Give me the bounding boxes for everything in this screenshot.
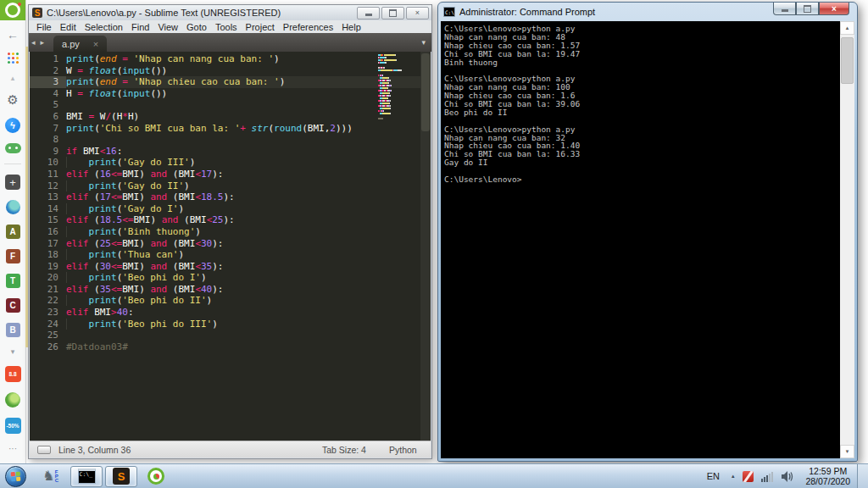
code-line[interactable]: 10 print('Gay do III') bbox=[30, 157, 431, 169]
code-editor[interactable]: 1print(end = 'Nhap can nang cua ban: ')2… bbox=[30, 52, 431, 442]
code-line[interactable]: 1print(end = 'Nhap can nang cua ban: ') bbox=[30, 53, 431, 65]
tab-size-indicator[interactable]: Tab Size: 4 bbox=[322, 445, 366, 455]
menu-preferences[interactable]: Preferences bbox=[279, 22, 337, 32]
games-icon[interactable] bbox=[5, 143, 21, 153]
line-number: 12 bbox=[30, 180, 66, 192]
code-line[interactable]: 24 print('Beo phi do III') bbox=[30, 319, 431, 330]
clock[interactable]: 12:59 PM 28/07/2020 bbox=[797, 466, 857, 486]
line-number: 6 bbox=[30, 111, 66, 123]
fpc-taskbar-button[interactable]: ♞ FPC bbox=[36, 466, 68, 487]
code-text: #Datdoan03# bbox=[66, 341, 128, 353]
more-icon[interactable]: ··· bbox=[8, 444, 17, 453]
messenger-icon[interactable]: ϟ bbox=[5, 118, 20, 133]
sublime-taskbar-button[interactable]: S bbox=[105, 466, 137, 487]
add-shortcut-button[interactable]: + bbox=[5, 175, 20, 190]
code-line[interactable]: 18 print('Thua can') bbox=[30, 249, 431, 261]
menu-tools[interactable]: Tools bbox=[211, 22, 242, 32]
menu-project[interactable]: Project bbox=[242, 22, 279, 32]
sale-88-shortcut[interactable]: 8.8 bbox=[5, 366, 21, 382]
code-line[interactable]: 13elif (17<=BMI) and (BMI<18.5): bbox=[30, 191, 431, 203]
coccoc-logo[interactable] bbox=[0, 0, 25, 20]
cmd-taskbar-button[interactable]: C:\_ bbox=[70, 466, 103, 487]
code-line[interactable]: 6BMI = W/(H*H) bbox=[30, 111, 431, 123]
status-bar: Line 3, Column 36 Tab Size: 4 Python bbox=[30, 441, 431, 458]
tray-language-indicator[interactable]: EN bbox=[699, 471, 727, 481]
tab-overflow-icon[interactable]: ▾ bbox=[421, 38, 426, 47]
code-line[interactable]: 8 bbox=[30, 134, 431, 146]
code-line[interactable]: 4H = float(input()) bbox=[30, 88, 431, 100]
cmd-minimize-button[interactable] bbox=[773, 3, 796, 15]
cmd-close-button[interactable]: × bbox=[819, 3, 849, 15]
scroll-down-icon[interactable]: ▾ bbox=[840, 445, 854, 458]
tab-nav-back-icon[interactable]: ◂ bbox=[29, 38, 38, 47]
code-line[interactable]: 3print(end = 'Nhap chieu cao cua ban: ') bbox=[30, 76, 431, 88]
tab-apy[interactable]: a.py × bbox=[53, 36, 107, 52]
code-line[interactable]: 15elif (18.5<=BMI) and (BMI<25): bbox=[30, 214, 431, 226]
console-scrollbar-thumb[interactable] bbox=[841, 37, 854, 84]
collapse-down-icon[interactable]: ▾ bbox=[11, 347, 15, 356]
code-line[interactable]: 23elif BMI>40: bbox=[30, 307, 431, 319]
back-icon[interactable]: ← bbox=[7, 28, 19, 42]
volume-icon[interactable] bbox=[782, 471, 793, 482]
globe-shortcut[interactable] bbox=[6, 200, 20, 214]
sale-50-shortcut[interactable]: -50% bbox=[5, 418, 21, 434]
hidden-icons-icon[interactable]: ▴ bbox=[727, 473, 739, 480]
coccoc-taskbar-button[interactable] bbox=[140, 466, 172, 487]
code-line[interactable]: 7print('Chi so BMI cua ban la: '+ str(ro… bbox=[30, 123, 431, 135]
console-line: Binh thuong bbox=[444, 58, 836, 67]
code-text: H = float(input()) bbox=[66, 88, 167, 100]
collapse-up-icon[interactable]: ▴ bbox=[11, 74, 15, 82]
show-desktop-button[interactable] bbox=[857, 464, 868, 488]
editor-scrollbar[interactable] bbox=[420, 52, 431, 442]
coccoc-plant-icon[interactable] bbox=[5, 392, 20, 408]
settings-gear-icon[interactable]: ⚙ bbox=[7, 92, 18, 108]
line-number: 18 bbox=[30, 249, 66, 261]
console[interactable]: C:\Users\Lenovo>python a.pyNhap can nang… bbox=[441, 21, 854, 458]
code-line[interactable]: 5 bbox=[30, 99, 431, 111]
code-line[interactable]: 25 bbox=[30, 330, 431, 341]
menu-file[interactable]: File bbox=[32, 22, 56, 32]
language-indicator[interactable]: Python bbox=[389, 445, 417, 455]
code-line[interactable]: 19elif (30<=BMI) and (BMI<35): bbox=[30, 261, 431, 273]
scroll-up-icon[interactable]: ▴ bbox=[840, 21, 854, 35]
code-line[interactable]: 26#Datdoan03# bbox=[30, 341, 431, 353]
code-line[interactable]: 9if BMI<16: bbox=[30, 146, 431, 158]
code-text: elif (30<=BMI) and (BMI<35): bbox=[66, 261, 224, 273]
code-line[interactable]: 11elif (16<=BMI) and (BMI<17): bbox=[30, 169, 431, 180]
console-scrollbar[interactable]: ▴ ▾ bbox=[840, 21, 854, 458]
code-line[interactable]: 14 print('Gay do I') bbox=[30, 203, 431, 215]
tab-close-icon[interactable]: × bbox=[93, 39, 98, 49]
minimize-button[interactable] bbox=[357, 7, 380, 19]
code-line[interactable]: 2W = float(input()) bbox=[30, 65, 431, 77]
menu-goto[interactable]: Goto bbox=[182, 22, 211, 32]
shortcut-b[interactable]: B bbox=[6, 323, 20, 337]
shortcut-f[interactable]: F bbox=[6, 249, 20, 263]
code-line[interactable]: 22 print('Beo phi do II') bbox=[30, 295, 431, 307]
shortcut-a[interactable]: A bbox=[6, 225, 20, 239]
apps-grid-icon[interactable] bbox=[7, 52, 19, 64]
sublime-titlebar[interactable]: S C:\Users\Lenovo\a.py - Sublime Text (U… bbox=[29, 5, 431, 20]
menu-edit[interactable]: Edit bbox=[56, 22, 81, 32]
restore-button[interactable] bbox=[381, 7, 404, 19]
minimap[interactable] bbox=[378, 54, 419, 120]
menu-selection[interactable]: Selection bbox=[81, 22, 127, 32]
menu-find[interactable]: Find bbox=[127, 22, 153, 32]
cmd-restore-button[interactable] bbox=[796, 3, 819, 15]
menu-help[interactable]: Help bbox=[337, 22, 365, 32]
shortcut-c[interactable]: C bbox=[6, 298, 20, 313]
network-icon[interactable] bbox=[761, 471, 775, 482]
line-number: 23 bbox=[30, 307, 66, 319]
shortcut-t[interactable]: T bbox=[6, 274, 20, 288]
code-line[interactable]: 16 print('Binh thuong') bbox=[30, 226, 431, 238]
cmd-app-icon: C:\ bbox=[443, 7, 455, 17]
antivirus-icon[interactable] bbox=[743, 471, 754, 482]
code-line[interactable]: 20 print('Beo phi do I') bbox=[30, 272, 431, 284]
code-line[interactable]: 17elif (25<=BMI) and (BMI<30): bbox=[30, 238, 431, 250]
editor-scrollbar-thumb[interactable] bbox=[421, 53, 430, 131]
code-line[interactable]: 12 print('Gay do II') bbox=[30, 180, 431, 192]
code-line[interactable]: 21elif (35<=BMI) and (BMI<40): bbox=[30, 284, 431, 296]
tab-nav-forward-icon[interactable]: ▸ bbox=[38, 38, 47, 47]
close-button[interactable]: × bbox=[406, 7, 429, 19]
start-button[interactable] bbox=[5, 466, 26, 487]
menu-view[interactable]: View bbox=[153, 22, 182, 32]
